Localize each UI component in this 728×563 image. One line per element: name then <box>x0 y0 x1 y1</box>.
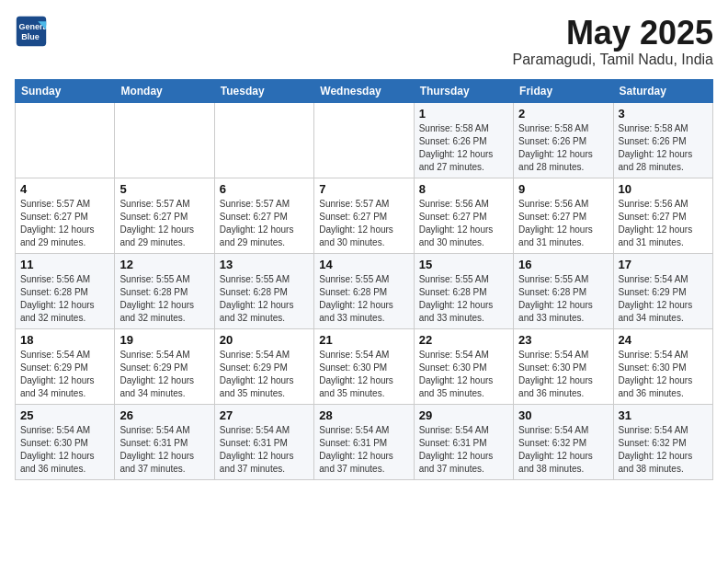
day-cell: 7Sunrise: 5:57 AM Sunset: 6:27 PM Daylig… <box>314 178 414 253</box>
day-info: Sunrise: 5:55 AM Sunset: 6:28 PM Dayligh… <box>119 273 209 325</box>
day-cell: 15Sunrise: 5:55 AM Sunset: 6:28 PM Dayli… <box>414 253 513 328</box>
day-info: Sunrise: 5:55 AM Sunset: 6:28 PM Dayligh… <box>319 273 408 325</box>
day-info: Sunrise: 5:54 AM Sunset: 6:31 PM Dayligh… <box>419 424 508 476</box>
day-cell: 27Sunrise: 5:54 AM Sunset: 6:31 PM Dayli… <box>214 404 313 479</box>
day-info: Sunrise: 5:57 AM Sunset: 6:27 PM Dayligh… <box>220 198 309 249</box>
day-info: Sunrise: 5:54 AM Sunset: 6:32 PM Dayligh… <box>518 424 608 476</box>
header: General Blue May 2025 Paramagudi, Tamil … <box>15 15 713 68</box>
day-info: Sunrise: 5:56 AM Sunset: 6:27 PM Dayligh… <box>619 198 708 249</box>
day-cell: 10Sunrise: 5:56 AM Sunset: 6:27 PM Dayli… <box>613 178 712 253</box>
day-number: 28 <box>319 408 408 422</box>
day-cell: 14Sunrise: 5:55 AM Sunset: 6:28 PM Dayli… <box>314 253 414 328</box>
day-header-tuesday: Tuesday <box>214 79 313 102</box>
day-cell <box>214 102 313 178</box>
day-number: 29 <box>419 408 508 422</box>
day-info: Sunrise: 5:57 AM Sunset: 6:27 PM Dayligh… <box>20 198 109 249</box>
day-cell: 30Sunrise: 5:54 AM Sunset: 6:32 PM Dayli… <box>514 404 613 479</box>
svg-text:Blue: Blue <box>21 32 40 41</box>
day-info: Sunrise: 5:54 AM Sunset: 6:31 PM Dayligh… <box>220 424 309 476</box>
day-info: Sunrise: 5:54 AM Sunset: 6:30 PM Dayligh… <box>619 349 708 400</box>
day-number: 24 <box>619 333 708 347</box>
week-row-5: 25Sunrise: 5:54 AM Sunset: 6:30 PM Dayli… <box>16 404 713 479</box>
logo: General Blue <box>15 15 48 48</box>
day-number: 20 <box>220 333 309 347</box>
day-cell: 17Sunrise: 5:54 AM Sunset: 6:29 PM Dayli… <box>613 253 712 328</box>
day-cell: 5Sunrise: 5:57 AM Sunset: 6:27 PM Daylig… <box>115 178 214 253</box>
day-number: 14 <box>319 258 408 271</box>
day-number: 6 <box>220 182 309 196</box>
day-header-friday: Friday <box>514 79 613 102</box>
day-cell: 13Sunrise: 5:55 AM Sunset: 6:28 PM Dayli… <box>214 253 313 328</box>
day-cell: 16Sunrise: 5:55 AM Sunset: 6:28 PM Dayli… <box>514 253 613 328</box>
day-cell: 18Sunrise: 5:54 AM Sunset: 6:29 PM Dayli… <box>16 328 115 404</box>
day-number: 19 <box>119 333 209 347</box>
day-number: 23 <box>518 333 608 347</box>
logo-icon: General Blue <box>15 15 48 48</box>
day-number: 7 <box>319 182 408 196</box>
week-row-3: 11Sunrise: 5:56 AM Sunset: 6:28 PM Dayli… <box>16 253 713 328</box>
day-cell: 11Sunrise: 5:56 AM Sunset: 6:28 PM Dayli… <box>16 253 115 328</box>
day-cell: 3Sunrise: 5:58 AM Sunset: 6:26 PM Daylig… <box>613 102 712 178</box>
day-info: Sunrise: 5:58 AM Sunset: 6:26 PM Dayligh… <box>419 122 508 174</box>
day-number: 3 <box>619 107 708 121</box>
day-info: Sunrise: 5:54 AM Sunset: 6:30 PM Dayligh… <box>518 349 608 400</box>
day-info: Sunrise: 5:54 AM Sunset: 6:30 PM Dayligh… <box>20 424 109 476</box>
day-info: Sunrise: 5:57 AM Sunset: 6:27 PM Dayligh… <box>319 198 408 249</box>
day-number: 25 <box>20 408 109 422</box>
day-number: 16 <box>518 258 608 271</box>
day-cell: 25Sunrise: 5:54 AM Sunset: 6:30 PM Dayli… <box>16 404 115 479</box>
day-info: Sunrise: 5:55 AM Sunset: 6:28 PM Dayligh… <box>419 273 508 325</box>
day-info: Sunrise: 5:58 AM Sunset: 6:26 PM Dayligh… <box>518 122 608 174</box>
day-cell: 19Sunrise: 5:54 AM Sunset: 6:29 PM Dayli… <box>115 328 214 404</box>
day-cell: 9Sunrise: 5:56 AM Sunset: 6:27 PM Daylig… <box>514 178 613 253</box>
day-number: 11 <box>20 258 109 271</box>
day-info: Sunrise: 5:54 AM Sunset: 6:29 PM Dayligh… <box>20 349 109 400</box>
day-cell: 1Sunrise: 5:58 AM Sunset: 6:26 PM Daylig… <box>414 102 513 178</box>
day-cell: 29Sunrise: 5:54 AM Sunset: 6:31 PM Dayli… <box>414 404 513 479</box>
day-info: Sunrise: 5:54 AM Sunset: 6:30 PM Dayligh… <box>319 349 408 400</box>
day-number: 27 <box>220 408 309 422</box>
day-info: Sunrise: 5:56 AM Sunset: 6:27 PM Dayligh… <box>419 198 508 249</box>
day-info: Sunrise: 5:54 AM Sunset: 6:32 PM Dayligh… <box>619 424 708 476</box>
day-info: Sunrise: 5:55 AM Sunset: 6:28 PM Dayligh… <box>518 273 608 325</box>
day-cell: 12Sunrise: 5:55 AM Sunset: 6:28 PM Dayli… <box>115 253 214 328</box>
day-number: 10 <box>619 182 708 196</box>
day-header-monday: Monday <box>115 79 214 102</box>
day-cell: 22Sunrise: 5:54 AM Sunset: 6:30 PM Dayli… <box>414 328 513 404</box>
day-number: 22 <box>419 333 508 347</box>
day-number: 13 <box>220 258 309 271</box>
day-cell: 8Sunrise: 5:56 AM Sunset: 6:27 PM Daylig… <box>414 178 513 253</box>
day-cell: 2Sunrise: 5:58 AM Sunset: 6:26 PM Daylig… <box>514 102 613 178</box>
header-row: SundayMondayTuesdayWednesdayThursdayFrid… <box>16 79 713 102</box>
day-info: Sunrise: 5:54 AM Sunset: 6:31 PM Dayligh… <box>119 424 209 476</box>
day-number: 30 <box>518 408 608 422</box>
day-number: 17 <box>619 258 708 271</box>
day-number: 12 <box>119 258 209 271</box>
month-title: May 2025 <box>513 15 714 52</box>
week-row-4: 18Sunrise: 5:54 AM Sunset: 6:29 PM Dayli… <box>16 328 713 404</box>
location-title: Paramagudi, Tamil Nadu, India <box>513 52 714 68</box>
day-header-thursday: Thursday <box>414 79 513 102</box>
day-header-saturday: Saturday <box>613 79 712 102</box>
day-number: 1 <box>419 107 508 121</box>
day-cell: 6Sunrise: 5:57 AM Sunset: 6:27 PM Daylig… <box>214 178 313 253</box>
day-info: Sunrise: 5:54 AM Sunset: 6:31 PM Dayligh… <box>319 424 408 476</box>
day-info: Sunrise: 5:54 AM Sunset: 6:30 PM Dayligh… <box>419 349 508 400</box>
week-row-1: 1Sunrise: 5:58 AM Sunset: 6:26 PM Daylig… <box>16 102 713 178</box>
day-number: 21 <box>319 333 408 347</box>
day-number: 2 <box>518 107 608 121</box>
day-number: 15 <box>419 258 508 271</box>
calendar-table: SundayMondayTuesdayWednesdayThursdayFrid… <box>15 79 713 480</box>
day-number: 8 <box>419 182 508 196</box>
day-header-sunday: Sunday <box>16 79 115 102</box>
day-cell <box>16 102 115 178</box>
day-info: Sunrise: 5:58 AM Sunset: 6:26 PM Dayligh… <box>619 122 708 174</box>
day-info: Sunrise: 5:54 AM Sunset: 6:29 PM Dayligh… <box>619 273 708 325</box>
day-header-wednesday: Wednesday <box>314 79 414 102</box>
day-number: 4 <box>20 182 109 196</box>
day-cell: 26Sunrise: 5:54 AM Sunset: 6:31 PM Dayli… <box>115 404 214 479</box>
day-number: 31 <box>619 408 708 422</box>
week-row-2: 4Sunrise: 5:57 AM Sunset: 6:27 PM Daylig… <box>16 178 713 253</box>
day-info: Sunrise: 5:56 AM Sunset: 6:28 PM Dayligh… <box>20 273 109 325</box>
title-area: May 2025 Paramagudi, Tamil Nadu, India <box>513 15 714 68</box>
